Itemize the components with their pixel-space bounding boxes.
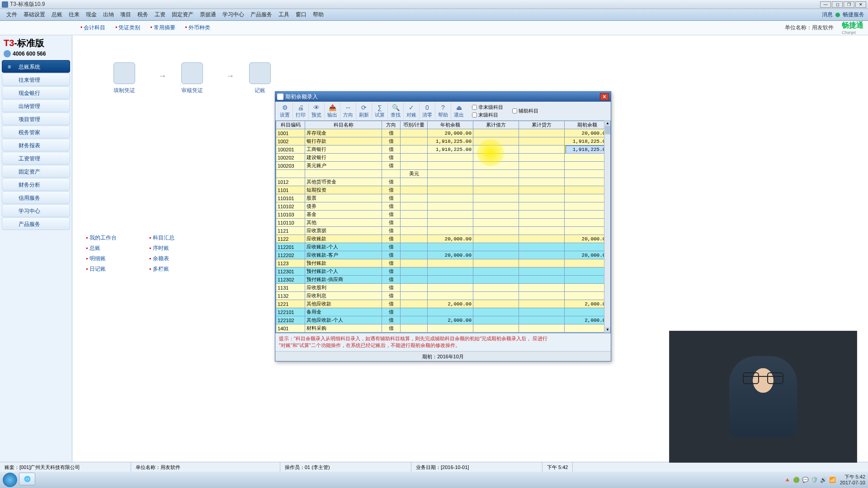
menu-固定资产[interactable]: 固定资产 xyxy=(169,9,196,20)
menu-税务[interactable]: 税务 xyxy=(135,9,151,20)
cell[interactable] xyxy=(473,154,519,162)
sidebar-item-工资管理[interactable]: 工资管理 xyxy=(2,152,70,164)
cell[interactable] xyxy=(519,129,564,137)
aux-checkbox[interactable]: 辅助科目 xyxy=(512,108,538,114)
menu-往来[interactable]: 往来 xyxy=(66,9,82,20)
toolbar-试算-button[interactable]: ∑试算 xyxy=(372,103,388,119)
table-row[interactable]: 110101 股票借 xyxy=(276,194,610,202)
scroll-down-icon[interactable]: ▼ xyxy=(605,327,610,333)
maximize-button[interactable]: ◻ xyxy=(832,1,843,8)
sidebar-item-项目管理[interactable]: 项目管理 xyxy=(2,113,70,125)
cell[interactable] xyxy=(519,170,564,178)
cell[interactable] xyxy=(473,251,519,259)
table-row[interactable]: 112302 预付账款-供应商借 xyxy=(276,276,610,284)
cell[interactable] xyxy=(519,178,564,186)
toolbar-方向-button[interactable]: ↔方向 xyxy=(340,103,356,119)
cell[interactable] xyxy=(519,235,564,243)
cell[interactable]: 借 xyxy=(382,145,401,154)
table-row[interactable]: 1401材料采购借 xyxy=(276,324,610,333)
cell[interactable]: 短期投资 xyxy=(305,186,382,194)
quick-link-序时账[interactable]: 序时账 xyxy=(149,244,212,252)
table-row[interactable]: 112301 预付账款-个人借 xyxy=(276,267,610,276)
cell[interactable]: 借 xyxy=(382,211,401,219)
cell[interactable]: 应收股利 xyxy=(305,284,382,292)
cell[interactable] xyxy=(382,170,401,178)
cell[interactable] xyxy=(519,154,564,162)
cell[interactable] xyxy=(564,324,610,333)
cell[interactable] xyxy=(428,178,473,186)
cell[interactable] xyxy=(276,170,305,178)
cell[interactable]: 100201 xyxy=(276,145,305,154)
cell[interactable]: 1121 xyxy=(276,227,305,235)
quick-link-科目汇总[interactable]: 科目汇总 xyxy=(149,234,212,242)
cell[interactable] xyxy=(473,186,519,194)
scroll-up-icon[interactable]: ▲ xyxy=(605,121,610,126)
cell[interactable] xyxy=(519,137,564,145)
cell[interactable]: 借 xyxy=(382,292,401,300)
cell[interactable]: 借 xyxy=(382,243,401,251)
sidebar-item-往来管理[interactable]: 往来管理 xyxy=(2,73,70,86)
cell[interactable]: 银行存款 xyxy=(305,137,382,145)
cell[interactable]: 112301 xyxy=(276,267,305,276)
cell[interactable]: 美元账户 xyxy=(305,162,382,170)
menu-学习中心[interactable]: 学习中心 xyxy=(220,9,247,20)
cell[interactable] xyxy=(564,259,610,267)
cell[interactable]: 应收账款-客户 xyxy=(305,251,382,259)
cell[interactable] xyxy=(564,194,610,202)
cell[interactable] xyxy=(564,227,610,235)
cell[interactable]: 其他 xyxy=(305,219,382,227)
cell[interactable]: 1132 xyxy=(276,292,305,300)
cell[interactable] xyxy=(564,308,610,316)
cell[interactable]: 借 xyxy=(382,162,401,170)
cell[interactable]: 应收利息 xyxy=(305,292,382,300)
cell[interactable]: 债券 xyxy=(305,202,382,211)
cell[interactable]: 借 xyxy=(382,194,401,202)
cell[interactable] xyxy=(519,211,564,219)
toolbar-link-常用摘要[interactable]: 常用摘要 xyxy=(150,24,175,32)
cell[interactable] xyxy=(401,316,428,324)
cell[interactable] xyxy=(401,129,428,137)
column-header[interactable]: 方向 xyxy=(382,121,401,129)
cell[interactable] xyxy=(564,211,610,219)
cell[interactable]: 库存现金 xyxy=(305,129,382,137)
cell[interactable] xyxy=(564,154,610,162)
cell[interactable]: 工商银行 xyxy=(305,145,382,154)
sidebar-item-总账系统[interactable]: 总账系统 xyxy=(2,60,70,73)
cell[interactable] xyxy=(564,186,610,194)
cell[interactable] xyxy=(401,145,428,154)
cell[interactable] xyxy=(401,202,428,211)
cell[interactable]: 基金 xyxy=(305,211,382,219)
column-header[interactable]: 币别/计量 xyxy=(401,121,428,129)
cell[interactable]: 1002 xyxy=(276,137,305,145)
cell[interactable] xyxy=(428,227,473,235)
cell[interactable]: 1001 xyxy=(276,129,305,137)
cell[interactable] xyxy=(564,284,610,292)
cell[interactable] xyxy=(519,276,564,284)
cell[interactable] xyxy=(428,170,473,178)
cell[interactable]: 材料采购 xyxy=(305,324,382,333)
tray-icon[interactable]: 🟢 xyxy=(793,477,799,483)
toolbar-退出-button[interactable]: ⏏退出 xyxy=(451,103,467,119)
cell[interactable] xyxy=(428,324,473,333)
cell[interactable] xyxy=(519,324,564,333)
toolbar-清零-button[interactable]: 0清零 xyxy=(420,103,435,119)
table-row[interactable]: 1131应收股利借 xyxy=(276,284,610,292)
cell[interactable] xyxy=(473,194,519,202)
menu-窗口[interactable]: 窗口 xyxy=(293,9,309,20)
cell[interactable] xyxy=(473,137,519,145)
quick-link-余额表[interactable]: 余额表 xyxy=(149,255,212,263)
cell[interactable] xyxy=(428,267,473,276)
sidebar-item-出纳管理[interactable]: 出纳管理 xyxy=(2,99,70,112)
cell[interactable]: 20,000.00 xyxy=(428,251,473,259)
cell[interactable] xyxy=(428,292,473,300)
leaf-checkbox[interactable]: 末级科目 xyxy=(472,112,503,118)
column-header[interactable]: 年初余额 xyxy=(428,121,473,129)
cell[interactable] xyxy=(519,308,564,316)
cell[interactable]: 122101 xyxy=(276,308,305,316)
cell[interactable] xyxy=(401,259,428,267)
sidebar-item-财务分析[interactable]: 财务分析 xyxy=(2,178,70,191)
menu-帮助[interactable]: 帮助 xyxy=(310,9,326,20)
cell[interactable] xyxy=(473,324,519,333)
table-row[interactable]: 1002银行存款借1,918,225.001,918,225.00 xyxy=(276,137,610,145)
cell[interactable] xyxy=(473,243,519,251)
